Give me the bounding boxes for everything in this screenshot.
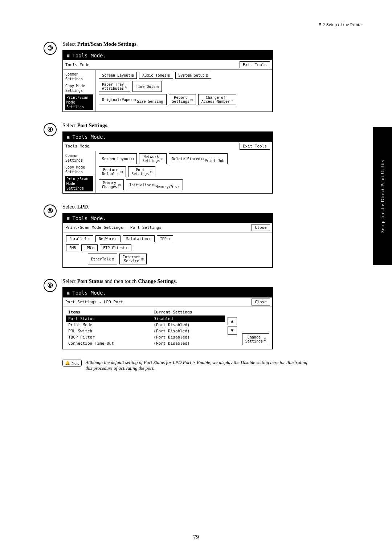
row-connection-timeout: Connection Time-Out (Port Disabled): [66, 340, 225, 347]
step-6-toolbar-left: Port Settings - LPD Port: [65, 300, 123, 304]
lpd-settings-table: Items Current Settings Port Status Disab…: [66, 309, 225, 347]
internet-service-btn[interactable]: InternetService ⊡: [119, 254, 147, 264]
change-settings-btn[interactable]: ChangeSettings ⊡: [242, 333, 269, 345]
step-4-label: Select Port Settings.: [62, 122, 363, 129]
row-pjl-switch: PJL Switch (Port Disabled): [66, 328, 225, 334]
step-4-row-3: MemoryChanges ⊡ Initialise ⊡Memory/Disk: [99, 179, 269, 190]
system-setup-btn[interactable]: System Setup ⊡: [175, 72, 211, 79]
step-5-tools-title: Tools Mode.: [72, 215, 106, 221]
step-4-section: ④ Select Port Settings. ▦ Tools Mode. To…: [44, 122, 363, 194]
note-text: Although the default setting of Port Sta…: [85, 360, 309, 371]
print-mode-value: (Port Disabled): [151, 322, 224, 328]
change-access-btn[interactable]: Change ofAccess Number ⊡: [198, 94, 236, 105]
port-status-label: Port Status: [66, 316, 151, 322]
side-tab: Setup for the Direct Print Utility: [373, 127, 392, 265]
step-5-section: ⑤ Select LPD. ▦ Tools Mode. Print/Scan M…: [44, 204, 363, 268]
original-paper-btn[interactable]: Original/Paper ⊡Size Sensing: [99, 94, 167, 105]
step-5-row-1: Parallel ⊡ NetWare ⊡ Salutation ⊡ IPP ⊡: [66, 235, 269, 242]
initialise-btn[interactable]: Initialise ⊡Memory/Disk: [126, 179, 183, 190]
page-number: 79: [193, 534, 199, 540]
step-6-table-area: Items Current Settings Port Status Disab…: [63, 307, 272, 349]
paper-tray-btn[interactable]: Paper TrayAttributes ⊡: [99, 81, 130, 92]
step-6-circle: ⑥: [44, 279, 57, 292]
step-5-tools-header: ▦ Tools Mode.: [63, 214, 272, 223]
salutation-btn[interactable]: Salutation ⊡: [123, 235, 154, 242]
screen-layout-btn-1[interactable]: Screen Layout ⊡: [99, 72, 137, 79]
netware-btn[interactable]: NetWare ⊡: [95, 235, 121, 242]
feature-defaults-btn[interactable]: FeatureDefaults ⊡: [99, 166, 126, 177]
row-port-status[interactable]: Port Status Disabled: [66, 316, 225, 322]
parallel-btn[interactable]: Parallel ⊡: [66, 235, 93, 242]
pjl-switch-value: (Port Disabled): [151, 328, 224, 334]
change-settings-container: ChangeSettings ⊡: [242, 309, 269, 347]
step-3-label: Select Print/Scan Mode Settings.: [62, 41, 363, 47]
step-3-tools-header: ▦ Tools Mode.: [63, 51, 272, 60]
row-tbcp-filter: TBCP Filter (Port Disabled): [66, 334, 225, 340]
step-3-tools-title: Tools Mode.: [72, 53, 106, 58]
step-3-circle: ③: [44, 42, 57, 55]
step-5-toolbar-left: Print/Scan Mode Settings – Port Settings: [65, 225, 162, 230]
tools-icon: ▦: [67, 53, 69, 58]
left-item-print-scan-4[interactable]: Print/ScanMode Settings: [65, 176, 93, 191]
port-status-value: Disabled: [151, 316, 224, 322]
step-4-tools-box: ▦ Tools Mode. Tools Mode Exit Tools Comm…: [62, 131, 273, 194]
smb-btn[interactable]: SMB: [66, 244, 79, 251]
header-text: 5.2 Setup of the Printer: [319, 22, 363, 27]
step-4-row-2: FeatureDefaults ⊡ PortSettings ⊡: [99, 166, 269, 177]
step-6-label: Select Port Status and then touch Change…: [62, 278, 363, 284]
step-6-table: Items Current Settings Port Status Disab…: [66, 309, 225, 347]
tools-icon-3: ▦: [67, 216, 69, 221]
audio-tones-btn[interactable]: Audio Tones ⊡: [139, 72, 173, 79]
step-6-content: Select Port Status and then touch Change…: [62, 278, 363, 349]
memory-changes-btn[interactable]: MemoryChanges ⊡: [99, 179, 124, 190]
step-3-row-2: Paper TrayAttributes ⊡ Time-Outs ⊡: [99, 81, 269, 92]
step-4-toolbar: Tools Mode Exit Tools: [63, 142, 272, 151]
step-3-toolbar-left: Tools Mode: [65, 62, 89, 67]
connection-timeout-value: (Port Disabled): [151, 340, 224, 347]
step-4-toolbar-left: Tools Mode: [65, 144, 89, 149]
ethertalk-btn[interactable]: EtherTalk ⊡: [88, 254, 117, 264]
step-6-side-buttons: ▲ ▼: [228, 309, 237, 347]
step-4-exit-btn[interactable]: Exit Tools: [240, 143, 270, 150]
step-6-tools-box: ▦ Tools Mode. Port Settings - LPD Port C…: [62, 287, 273, 349]
delete-stored-btn[interactable]: Delete Stored ⊡Print Job: [169, 153, 228, 164]
lpd-btn[interactable]: LPD ⊡: [81, 244, 98, 251]
connection-timeout-label: Connection Time-Out: [66, 340, 151, 347]
step-4-tools-header: ▦ Tools Mode.: [63, 132, 272, 142]
step-6-tools-header: ▦ Tools Mode.: [63, 288, 272, 297]
ipp-btn[interactable]: IPP ⊡: [157, 235, 173, 242]
step-3-right-area: Screen Layout ⊡ Audio Tones ⊡ System Set…: [96, 70, 272, 112]
network-settings-btn[interactable]: NetworkSettings ⊡: [139, 153, 166, 164]
note-icon: 🔔: [65, 361, 70, 365]
report-settings-btn[interactable]: ReportSettings ⊡: [169, 94, 196, 105]
step-3-grid: CommonSettings Copy ModeSettings Print/S…: [63, 70, 272, 112]
down-arrow-btn[interactable]: ▼: [228, 327, 237, 335]
screen-layout-btn-2[interactable]: Screen Layout ⊡: [99, 153, 137, 164]
step-6-close-btn[interactable]: Close: [252, 299, 270, 305]
step-4-grid: CommonSettings Copy ModeSettings Print/S…: [63, 151, 272, 193]
side-tab-label: Setup for the Direct Print Utility: [380, 159, 385, 233]
step-3-row-3: Original/Paper ⊡Size Sensing ReportSetti…: [99, 94, 269, 105]
step-3-row-1: Screen Layout ⊡ Audio Tones ⊡ System Set…: [99, 72, 269, 79]
step-5-row-2: SMB LPD ⊡ FTP Client ⊡: [66, 244, 269, 251]
port-settings-btn[interactable]: PortSettings ⊡: [128, 166, 155, 177]
up-arrow-btn[interactable]: ▲: [228, 317, 237, 325]
step-3-exit-btn[interactable]: Exit Tools: [240, 61, 270, 68]
step-3-section: ③ Select Print/Scan Mode Settings. ▦ Too…: [44, 41, 363, 112]
header-section: 5.2 Setup of the Printer: [44, 22, 363, 30]
step-5-row-3: EtherTalk ⊡ InternetService ⊡: [66, 254, 269, 264]
time-outs-btn[interactable]: Time-Outs ⊡: [132, 81, 162, 92]
left-item-copy-4: Copy ModeSettings: [65, 164, 93, 175]
step-3-toolbar: Tools Mode Exit Tools: [63, 60, 272, 70]
step-4-tools-title: Tools Mode.: [72, 134, 106, 140]
tools-icon-2: ▦: [67, 134, 69, 139]
left-item-print-scan[interactable]: Print/ScanMode Settings: [65, 94, 93, 110]
step-5-close-btn[interactable]: Close: [252, 224, 270, 231]
print-mode-label: Print Mode: [66, 322, 151, 328]
step-6-section: ⑥ Select Port Status and then touch Chan…: [44, 278, 363, 349]
note-label: Note: [72, 361, 79, 365]
ftp-client-btn[interactable]: FTP Client ⊡: [100, 244, 131, 251]
tbcp-filter-value: (Port Disabled): [151, 334, 224, 340]
note-badge: 🔔 Note: [62, 360, 82, 366]
step-4-left-col: CommonSettings Copy ModeSettings Print/S…: [63, 151, 96, 193]
